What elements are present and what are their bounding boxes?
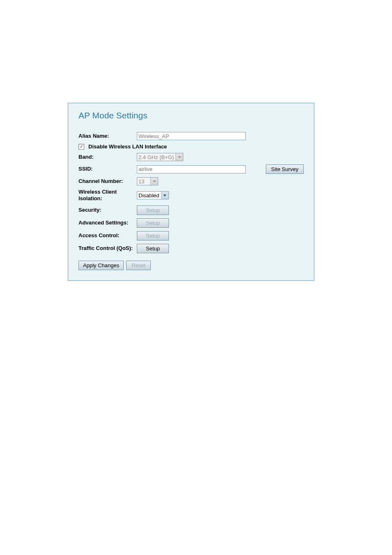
disable-wlan-row: ✓ Disable Wireless LAN Interface (78, 143, 304, 150)
site-survey-button[interactable]: Site Survey (266, 164, 304, 174)
footer-row: Apply Changes Reset (78, 261, 304, 270)
svg-marker-1 (153, 180, 156, 183)
chevron-down-icon (175, 153, 183, 161)
chevron-down-icon (161, 192, 168, 199)
page-title: AP Mode Settings (78, 111, 304, 120)
chevron-down-icon (150, 178, 158, 185)
security-label: Security: (78, 207, 137, 213)
isolation-select-value: Disabled (138, 192, 159, 199)
qos-row: Traffic Control (QoS): Setup (78, 244, 304, 253)
advanced-label: Advanced Settings: (78, 220, 137, 226)
access-control-label: Access Control: (78, 232, 137, 239)
alias-name-label: Alias Name: (78, 133, 137, 139)
reset-button[interactable]: Reset (126, 261, 151, 270)
alias-name-input[interactable] (137, 132, 246, 140)
qos-setup-button[interactable]: Setup (137, 244, 169, 253)
isolation-select[interactable]: Disabled (137, 191, 169, 199)
security-row: Security: Setup (78, 206, 304, 215)
ssid-label: SSID: (78, 166, 137, 172)
isolation-row: Wireless Client Isolation: Disabled (78, 189, 304, 202)
band-select-value: 2.4 GHz (B+G) (138, 154, 174, 160)
ap-mode-settings-panel: AP Mode Settings Alias Name: ✓ Disable W… (68, 103, 314, 281)
ssid-input[interactable] (137, 165, 246, 173)
band-select[interactable]: 2.4 GHz (B+G) (137, 153, 183, 161)
svg-marker-0 (178, 156, 181, 158)
disable-wlan-checkbox[interactable]: ✓ (78, 144, 84, 150)
advanced-setup-button[interactable]: Setup (137, 218, 169, 228)
advanced-row: Advanced Settings: Setup (78, 218, 304, 228)
access-control-setup-button[interactable]: Setup (137, 231, 169, 240)
channel-row: Channel Number: 13 (78, 177, 304, 185)
security-setup-button[interactable]: Setup (137, 206, 169, 215)
alias-name-row: Alias Name: (78, 132, 304, 140)
disable-wlan-label: Disable Wireless LAN Interface (88, 143, 167, 150)
apply-changes-button[interactable]: Apply Changes (78, 261, 124, 270)
isolation-label: Wireless Client Isolation: (78, 189, 137, 202)
band-row: Band: 2.4 GHz (B+G) (78, 153, 304, 161)
channel-label: Channel Number: (78, 178, 137, 185)
qos-label: Traffic Control (QoS): (78, 245, 137, 252)
ssid-row: SSID: Site Survey (78, 164, 304, 174)
channel-select-value: 13 (138, 178, 149, 185)
band-label: Band: (78, 154, 137, 160)
svg-marker-2 (163, 194, 166, 197)
channel-select[interactable]: 13 (137, 177, 158, 185)
access-control-row: Access Control: Setup (78, 231, 304, 240)
